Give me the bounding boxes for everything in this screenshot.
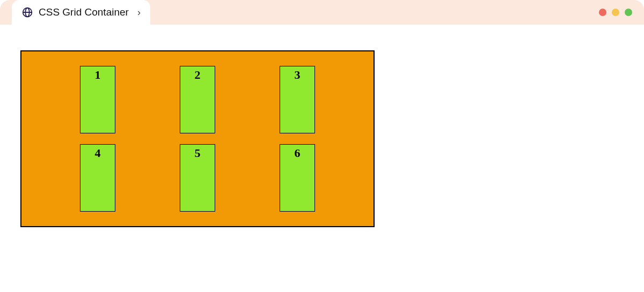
window-controls (599, 0, 632, 25)
browser-window: CSS Grid Container › 1 2 3 4 5 6 (0, 0, 644, 292)
grid-item: 3 (280, 66, 315, 133)
grid-item: 6 (280, 144, 315, 212)
grid-item: 5 (180, 144, 215, 212)
grid-item: 4 (80, 144, 115, 212)
globe-icon (21, 6, 33, 18)
minimize-button[interactable] (612, 9, 619, 16)
tab-title: CSS Grid Container (39, 6, 129, 18)
page-content: 1 2 3 4 5 6 (0, 25, 644, 227)
grid-item: 2 (180, 66, 215, 133)
close-button[interactable] (599, 9, 606, 16)
browser-tab[interactable]: CSS Grid Container › (12, 0, 150, 25)
maximize-button[interactable] (625, 9, 632, 16)
chevron-right-icon: › (137, 7, 141, 18)
grid-container: 1 2 3 4 5 6 (20, 50, 375, 227)
grid-item: 1 (80, 66, 115, 133)
titlebar: CSS Grid Container › (0, 0, 644, 25)
